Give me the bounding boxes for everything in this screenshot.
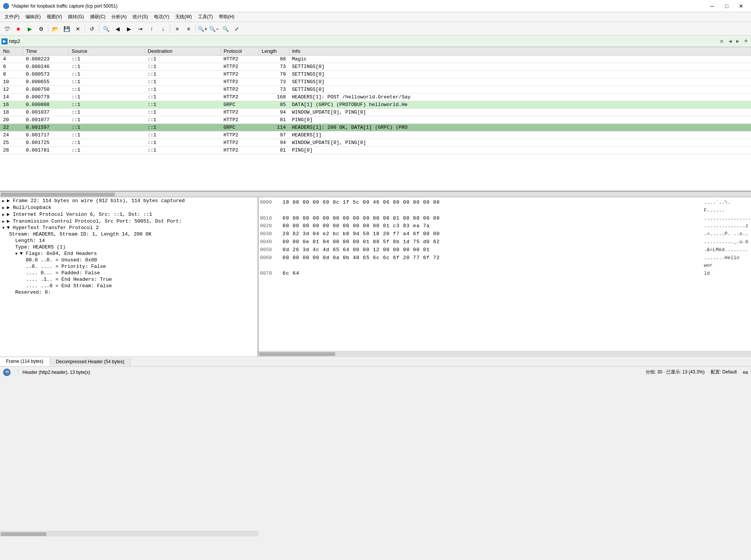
detail-item[interactable]: ▶ Internet Protocol Version 6, Src: ::1,… <box>0 211 258 218</box>
table-cell: 12 <box>0 86 23 93</box>
detail-item[interactable]: Reserved: 0: <box>0 289 258 296</box>
table-row[interactable]: 200.001077::1::1HTTP281PING[0] <box>0 116 751 124</box>
bytes-hscroll-thumb[interactable] <box>259 352 335 356</box>
menu-tools[interactable]: 工具(T) <box>195 13 216 21</box>
filter-add-button[interactable]: + <box>742 36 749 46</box>
bytes-tab[interactable]: Decompressed Header (54 bytes) <box>50 358 131 365</box>
toolbar-jump-btn[interactable]: ⇥ <box>135 24 146 34</box>
detail-item[interactable]: .... 0... = Padded: False <box>0 270 258 276</box>
menu-view[interactable]: 视图(V) <box>44 13 65 21</box>
filter-next-button[interactable]: ▶ <box>735 38 741 44</box>
detail-item[interactable]: Stream: HEADERS, Stream ID: 1, Length 14… <box>0 231 258 237</box>
col-header-time[interactable]: Time <box>23 47 68 55</box>
table-cell: 10 <box>0 78 23 86</box>
menu-goto[interactable]: 跳转(G) <box>65 13 87 21</box>
table-cell: 0.001597 <box>23 124 68 131</box>
table-cell: ::1 <box>68 71 144 78</box>
toolbar-up-btn[interactable]: ↑ <box>146 24 157 34</box>
toolbar-zoomout-btn[interactable]: 🔍− <box>209 24 219 34</box>
detail-item[interactable]: .... ...0 = End Stream: False <box>0 283 258 289</box>
status-message: Header (http2.header), 13 byte(s) <box>22 370 90 375</box>
toolbar-stop-btn[interactable]: ■ <box>13 24 24 34</box>
table-row[interactable]: 100.000655::1::1HTTP273SETTINGS[0] <box>0 78 751 86</box>
table-cell: ::1 <box>68 63 144 71</box>
packet-list-hscrollbar[interactable] <box>0 191 751 197</box>
detail-item[interactable]: ▶ Transmission Control Protocol, Src Por… <box>0 218 258 225</box>
packet-list-body: 40.000223::1::1HTTP288Magic60.000246::1:… <box>0 55 751 154</box>
toolbar-next-btn[interactable]: ▶ <box>124 24 134 34</box>
toolbar-resize-btn[interactable]: ⤢ <box>231 24 242 34</box>
bytes-row: 0000 18 00 00 00 60 0c 1f 5c 00 46 06 80… <box>260 199 749 215</box>
table-cell: PING[0] <box>289 116 751 124</box>
detail-item[interactable]: ▼ Flags: 0x04, End Headers <box>0 250 258 257</box>
filter-input[interactable] <box>9 37 716 46</box>
table-row[interactable]: 160.000808::1::1GRPC85DATA[1] (GRPC) (PR… <box>0 101 751 109</box>
col-header-no[interactable]: No. <box>0 47 23 55</box>
toolbar-down-btn[interactable]: ↓ <box>158 24 168 34</box>
close-button[interactable]: ✕ <box>734 1 748 11</box>
menu-phone[interactable]: 电话(Y) <box>151 13 172 21</box>
table-row[interactable]: 220.001597::1::1GRPC114HEADERS[1]: 200 O… <box>0 124 751 131</box>
table-row[interactable]: 280.001781::1::1HTTP281PING[0] <box>0 147 751 154</box>
table-row[interactable]: 140.000779::1::1HTTP2168HEADERS[1]: POST… <box>0 93 751 101</box>
table-cell: 0.000779 <box>23 93 68 101</box>
menu-capture[interactable]: 捕获(C) <box>87 13 109 21</box>
col-header-info[interactable]: Info <box>289 47 751 55</box>
toolbar-save-btn[interactable]: 💾 <box>61 24 72 34</box>
table-cell: ::1 <box>144 109 220 116</box>
minimize-button[interactable]: ─ <box>705 1 719 11</box>
bytes-tab[interactable]: Frame (114 bytes) <box>0 358 50 366</box>
bytes-hscrollbar[interactable] <box>258 351 751 356</box>
toolbar-color1-btn[interactable]: ≡ <box>172 24 182 34</box>
hscroll-thumb[interactable] <box>1 193 115 196</box>
col-header-source[interactable]: Source <box>68 47 144 55</box>
filter-prev-button[interactable]: ◀ <box>727 38 733 44</box>
bytes-offset: 0070 <box>260 270 277 278</box>
filter-clear-button[interactable]: ✕ <box>718 38 726 45</box>
col-header-length[interactable]: Length <box>258 47 289 55</box>
toolbar-options-btn[interactable]: ⚙ <box>36 24 46 34</box>
detail-item[interactable]: ▼ HyperText Transfer Protocol 2 <box>0 225 258 231</box>
col-header-protocol[interactable]: Protocol <box>220 47 258 55</box>
menu-wireless[interactable]: 无线(W) <box>172 13 195 21</box>
toolbar-shark-btn[interactable]: 🦈 <box>2 24 12 34</box>
detail-item[interactable]: Type: HEADERS (1) <box>0 244 258 250</box>
menu-edit[interactable]: 编辑(E) <box>22 13 44 21</box>
menu-file[interactable]: 文件(F) <box>2 13 22 21</box>
col-header-destination[interactable]: Destination <box>144 47 220 55</box>
toolbar-prev-btn[interactable]: ◀ <box>112 24 123 34</box>
table-row[interactable]: 40.000223::1::1HTTP288Magic <box>0 55 751 63</box>
menu-analyze[interactable]: 分析(A) <box>108 13 130 21</box>
table-row[interactable]: 180.001037::1::1HTTP294WINDOW_UPDATE[0],… <box>0 109 751 116</box>
toolbar-zoom-normal-btn[interactable]: 🔍 <box>220 24 231 34</box>
table-row[interactable]: 80.000573::1::1HTTP279SETTINGS[0] <box>0 71 751 78</box>
table-row[interactable]: 250.001725::1::1HTTP294WINDOW_UPDATE[0],… <box>0 139 751 147</box>
menu-statistics[interactable]: 统计(S) <box>130 13 151 21</box>
toolbar-zoomin-btn[interactable]: 🔍+ <box>197 24 208 34</box>
status-bar: 🦈 📄 Header (http2.header), 13 byte(s) 分组… <box>0 366 751 378</box>
table-row[interactable]: 60.000246::1::1HTTP273SETTINGS[0] <box>0 63 751 71</box>
window-controls[interactable]: ─ □ ✕ <box>705 1 748 11</box>
toolbar-color2-btn[interactable]: ≡ <box>183 24 194 34</box>
detail-item[interactable]: ..0. .... = Priority: False <box>0 263 258 270</box>
maximize-button[interactable]: □ <box>720 1 734 11</box>
table-cell: 20 <box>0 116 23 124</box>
detail-item[interactable]: ▶ Null/Loopback <box>0 204 258 211</box>
toolbar-reload-btn[interactable]: ↺ <box>87 24 97 34</box>
toolbar-restart-btn[interactable]: ▶ <box>24 24 35 34</box>
toolbar-search-btn[interactable]: 🔍 <box>101 24 111 34</box>
toolbar-close-btn[interactable]: ✕ <box>73 24 83 34</box>
file-icon: 📄 <box>14 370 19 375</box>
detail-item[interactable]: ▶ Frame 22: 114 bytes on wire (912 bits)… <box>0 197 258 204</box>
table-cell: 25 <box>0 139 23 147</box>
table-cell: Magic <box>289 55 751 63</box>
table-row[interactable]: 240.001717::1::1HTTP297HEADERS[1] <box>0 131 751 139</box>
toolbar-open-btn[interactable]: 📂 <box>50 24 60 34</box>
table-row[interactable]: 120.000750::1::1HTTP273SETTINGS[0] <box>0 86 751 93</box>
menu-help[interactable]: 帮助(H) <box>216 13 238 21</box>
table-cell: 8 <box>0 71 23 78</box>
detail-item[interactable]: Length: 14 <box>0 237 258 244</box>
detail-item[interactable]: .... .1.. = End Headers: True <box>0 276 258 283</box>
bytes-hex: 6c 64 <box>283 270 698 278</box>
detail-item[interactable]: 00.0 ..0. = Unused: 0x00 <box>0 257 258 263</box>
